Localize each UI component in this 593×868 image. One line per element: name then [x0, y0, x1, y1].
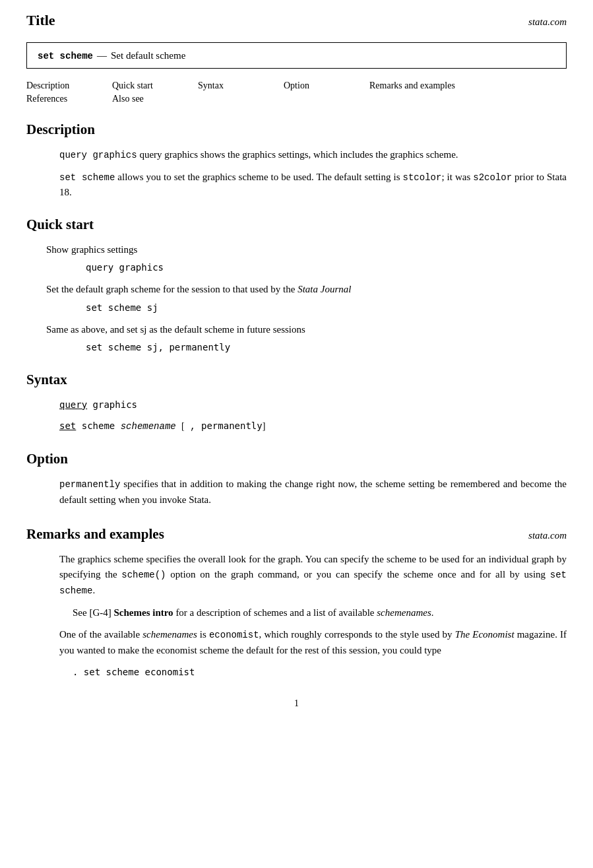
syntax-line1: query graphics	[26, 397, 567, 414]
quickstart-section: Quick start Show graphics settings query…	[26, 217, 567, 356]
description-para2: set scheme allows you to set the graphic…	[26, 170, 567, 201]
page-number: 1	[26, 698, 567, 709]
navigation: Description Quick start Syntax Option Re…	[26, 79, 567, 106]
qs-item1-desc: Show graphics settings	[26, 242, 567, 257]
description-heading: Description	[26, 121, 567, 138]
qs-item2-code: set scheme sj	[26, 300, 567, 316]
quickstart-heading: Quick start	[26, 217, 567, 233]
qs-item3-code: set scheme sj, permanently	[26, 340, 567, 355]
nav-description[interactable]: Description	[26, 79, 112, 92]
description-section: Description query graphics query graphic…	[26, 121, 567, 201]
remarks-code-example: . set scheme economist	[26, 665, 567, 680]
description-para1: query graphics query graphics shows the …	[26, 147, 567, 163]
stcolor-code: stcolor	[403, 172, 442, 183]
nav-alsosee[interactable]: Also see	[112, 92, 198, 106]
s2color-code: s2color	[473, 172, 512, 183]
page-title: Title	[26, 12, 55, 29]
query-graphics-code: query graphics	[59, 150, 137, 160]
option-heading: Option	[26, 451, 567, 467]
qs-item1-code: query graphics	[26, 260, 567, 275]
command-box: set scheme—Set default scheme	[26, 42, 567, 69]
nav-quickstart[interactable]: Quick start	[112, 79, 198, 92]
remarks-para3: One of the available schemenames is econ…	[26, 627, 567, 658]
option-section: Option permanently specifies that in add…	[26, 451, 567, 508]
remarks-see-line: See [G-4] Schemes intro for a descriptio…	[26, 605, 567, 620]
option-desc: permanently specifies that in addition t…	[26, 477, 567, 508]
qs-item3-desc: Same as above, and set sj as the default…	[26, 322, 567, 337]
nav-remarks[interactable]: Remarks and examples	[369, 79, 455, 92]
command-box-dash: —	[97, 50, 107, 61]
command-box-command: set scheme	[38, 51, 93, 61]
nav-option[interactable]: Option	[284, 79, 369, 92]
stata-com-remarks: stata.com	[528, 530, 567, 541]
remarks-section: Remarks and examples stata.com The graph…	[26, 526, 567, 680]
nav-row-2: References Also see	[26, 92, 567, 106]
command-box-description: Set default scheme	[111, 50, 185, 61]
remarks-header: Remarks and examples stata.com	[26, 526, 567, 543]
qs-item2-desc: Set the default graph scheme for the ses…	[26, 282, 567, 297]
set-scheme-code-desc: set scheme	[59, 172, 115, 183]
syntax-line2: set scheme schemename [ , permanently]	[26, 418, 567, 435]
remarks-para1: The graphics scheme specifies the overal…	[26, 552, 567, 599]
stata-com-header: stata.com	[528, 17, 567, 28]
nav-syntax[interactable]: Syntax	[198, 79, 284, 92]
nav-row-1: Description Quick start Syntax Option Re…	[26, 79, 567, 92]
nav-references[interactable]: References	[26, 92, 112, 106]
page-header: Title stata.com	[26, 0, 567, 36]
syntax-section: Syntax query graphics set scheme schemen…	[26, 372, 567, 436]
remarks-heading: Remarks and examples	[26, 526, 164, 543]
permanently-code: permanently	[59, 479, 120, 490]
syntax-heading: Syntax	[26, 372, 567, 388]
